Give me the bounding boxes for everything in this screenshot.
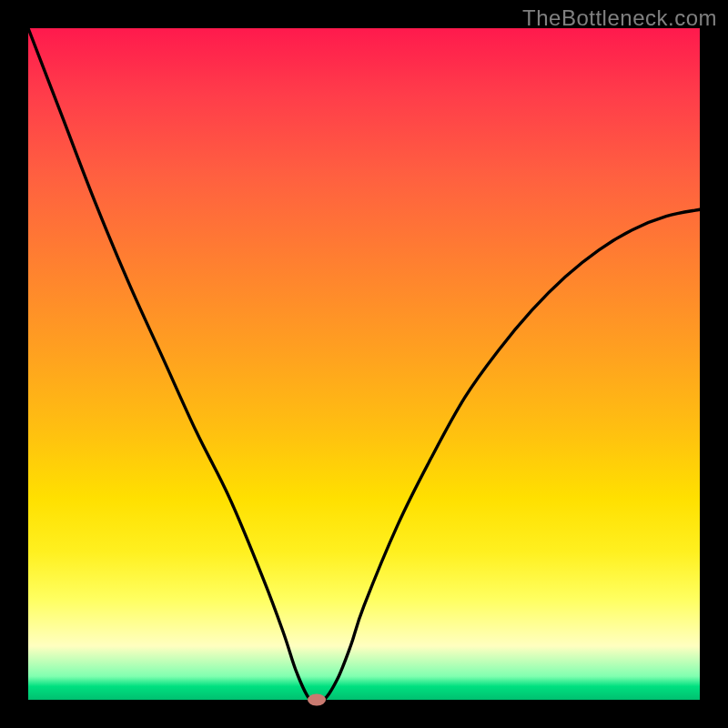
chart-stage: TheBottleneck.com [0,0,728,728]
optimal-marker [308,694,326,706]
bottleneck-curve [28,28,700,703]
branding-text: TheBottleneck.com [522,5,717,31]
curve-svg [28,28,700,700]
